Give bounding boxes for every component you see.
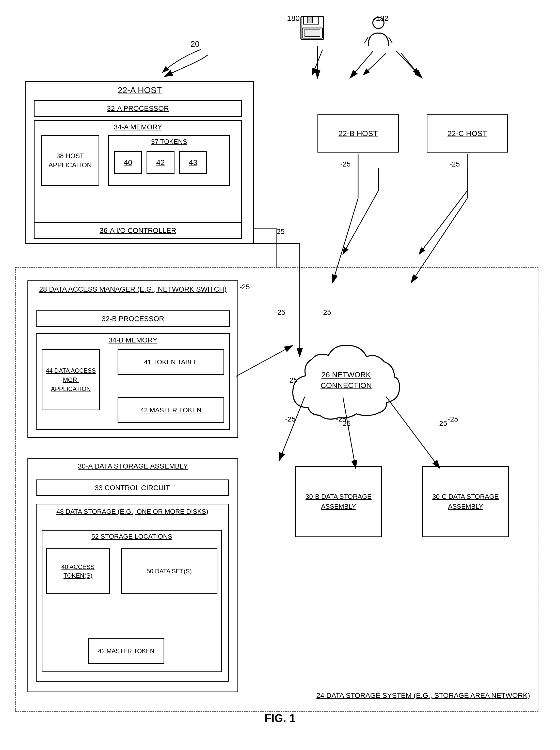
dam-28-label: 28 DATA ACCESS MANAGER (E.G., NETWORK SW… (28, 281, 237, 297)
master-token-42b-box: 42 MASTER TOKEN (118, 397, 224, 423)
host-22a-box: 22-A HOST 32-A PROCESSOR 34-A MEMORY 38 … (25, 81, 254, 244)
svg-line-4 (343, 191, 378, 254)
master-token-42c-box: 42 MASTER TOKEN (88, 638, 164, 664)
data-sets-50-label: 50 DATA SET(S) (147, 568, 192, 575)
data-sets-50-box: 50 DATA SET(S) (121, 548, 217, 594)
svg-line-22 (351, 51, 373, 78)
svg-line-23 (396, 51, 421, 78)
floppy-icon (300, 15, 325, 41)
io-controller-36a-label: 36-A I/O CONTROLLER (100, 226, 176, 235)
storage-locations-52-label: 52 STORAGE LOCATIONS (42, 531, 221, 542)
data-storage-system-label: 24 DATA STORAGE SYSTEM (E.G., STORAGE AR… (316, 690, 530, 701)
data-storage-48-label: 48 DATA STORAGE (E.G., ONE OR MORE DISKS… (37, 505, 228, 519)
ref-25-c: -25 (450, 160, 460, 168)
svg-rect-16 (305, 29, 320, 36)
ref-20-label: 20 (190, 39, 200, 49)
ref-25-label-2: -25 (275, 309, 285, 317)
host-app-38-box: 38 HOST APPLICATION (41, 135, 99, 186)
token-43-label: 43 (189, 158, 197, 167)
host-22b-box: 22-B HOST (317, 114, 399, 153)
host-22c-label: 22-C HOST (448, 129, 488, 138)
ref-180-label: 180 (287, 14, 300, 23)
control-circuit-33-label: 33 CONTROL CIRCUIT (95, 484, 170, 492)
svg-line-18 (365, 37, 368, 43)
control-circuit-33-box: 33 CONTROL CIRCUIT (36, 479, 229, 496)
tokens-37-box: 37 TOKENS 40 42 43 (108, 135, 230, 186)
data-access-app-44-label: 44 DATA ACCESS MGR. APPLICATION (42, 366, 99, 394)
ref-25-a: -25 (274, 228, 285, 236)
svg-rect-14 (307, 17, 312, 23)
memory-34a-box: 34-A MEMORY 38 HOST APPLICATION 37 TOKEN… (34, 120, 242, 230)
token-42-label: 42 (156, 158, 165, 167)
memory-34b-box: 34-B MEMORY 44 DATA ACCESS MGR. APPLICAT… (36, 333, 230, 430)
token-42-box: 42 (147, 151, 174, 174)
memory-34a-label: 34-A MEMORY (35, 121, 241, 133)
ref-25-label-3: -25 (321, 309, 331, 317)
processor-32b-label: 32-B PROCESSOR (102, 315, 164, 323)
access-token-40s-box: 40 ACCESS TOKEN(S) (46, 548, 110, 594)
ref-25-b: -25 (340, 160, 351, 168)
ref-25-label-4: -25 (285, 415, 295, 423)
master-token-42b-label: 42 MASTER TOKEN (141, 406, 201, 414)
ref-25-label-6: -25 (448, 415, 458, 423)
access-token-40s-label: 40 ACCESS TOKEN(S) (47, 562, 109, 580)
svg-line-6 (419, 191, 467, 254)
ref-25-label-1: -25 (240, 283, 250, 291)
ref-182-label: 182 (376, 14, 389, 23)
data-storage-system-box: 28 DATA ACCESS MANAGER (E.G., NETWORK SW… (15, 267, 538, 712)
storage-30c-label: 30-C DATA STORAGE ASSEMBLY (423, 492, 508, 512)
storage-30a-box: 30-A DATA STORAGE ASSEMBLY 33 CONTROL CI… (27, 458, 238, 692)
processor-32a-label: 32-A PROCESSOR (107, 104, 169, 113)
data-storage-48-box: 48 DATA STORAGE (E.G., ONE OR MORE DISKS… (36, 504, 229, 682)
host-22b-label: 22-B HOST (338, 129, 378, 138)
storage-locations-52-box: 52 STORAGE LOCATIONS 40 ACCESS TOKEN(S) … (42, 530, 222, 672)
token-43-box: 43 (179, 151, 207, 174)
dam-28-box: 28 DATA ACCESS MANAGER (E.G., NETWORK SW… (27, 280, 238, 438)
memory-34b-label: 34-B MEMORY (37, 334, 229, 346)
network-label: 26 NETWORK CONNECTION (314, 370, 378, 391)
processor-32a-box: 32-A PROCESSOR (34, 100, 242, 117)
master-token-42c-label: 42 MASTER TOKEN (98, 648, 154, 655)
ref-25-f: -25 (437, 419, 447, 428)
host-app-38-label: 38 HOST APPLICATION (42, 151, 99, 170)
token-table-41-box: 41 TOKEN TABLE (118, 349, 224, 375)
token-table-41-label: 41 TOKEN TABLE (144, 358, 198, 366)
storage-30a-label: 30-A DATA STORAGE ASSEMBLY (28, 459, 237, 473)
processor-32b-box: 32-B PROCESSOR (36, 311, 230, 327)
diagram: 20 180 182 22-A HOST 32-A PROCESSOR (0, 0, 560, 750)
tokens-37-label: 37 TOKENS (109, 136, 229, 148)
svg-line-19 (389, 37, 392, 43)
host-22c-box: 22-C HOST (427, 114, 508, 153)
ref-25-d: 25 (290, 376, 297, 384)
storage-30b-label: 30-B DATA STORAGE ASSEMBLY (296, 492, 381, 512)
fig-caption: FIG. 1 (264, 712, 295, 725)
token-40-box: 40 (114, 151, 142, 174)
host-22a-label: 22-A HOST (26, 82, 253, 98)
token-40-label: 40 (124, 158, 132, 167)
storage-30b-box: 30-B DATA STORAGE ASSEMBLY (295, 466, 382, 537)
data-access-app-44-box: 44 DATA ACCESS MGR. APPLICATION (42, 349, 100, 410)
storage-30c-box: 30-C DATA STORAGE ASSEMBLY (422, 466, 509, 537)
io-controller-36a-box: 36-A I/O CONTROLLER (34, 222, 242, 239)
ref-25-e: -25 (340, 419, 351, 428)
